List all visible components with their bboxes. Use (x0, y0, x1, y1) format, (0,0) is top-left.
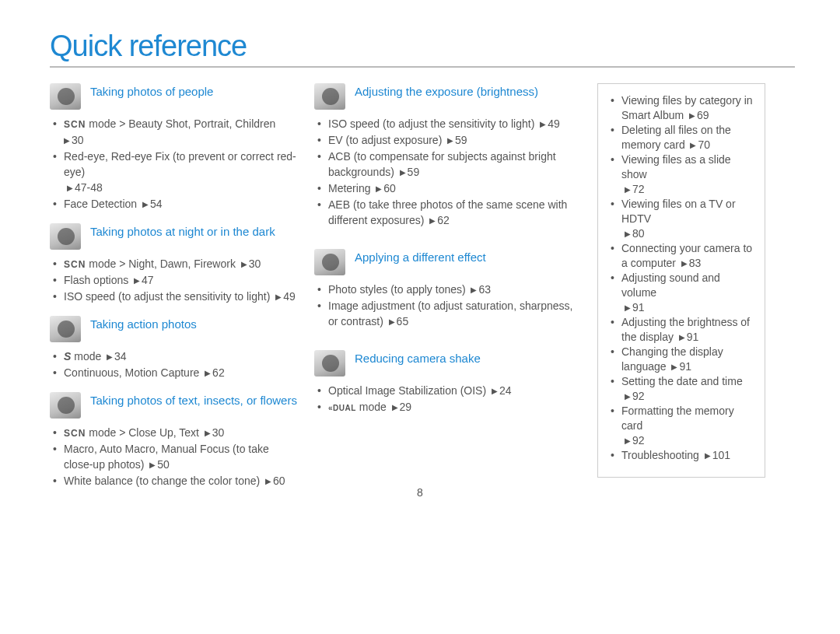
list-item: SCN mode > Beauty Shot, Portrait, Childr… (50, 116, 299, 149)
list-item: White balance (to change the color tone)… (50, 473, 299, 489)
list-item: Connecting your camera to a computer83 (607, 241, 757, 271)
list-item: Face Detection54 (50, 196, 299, 212)
list-item: Macro, Auto Macro, Manual Focus (to take… (50, 441, 299, 473)
list-item: Flash options47 (50, 272, 299, 289)
title-rule (50, 66, 795, 68)
list-item: Photo styles (to apply tones)63 (314, 282, 579, 298)
list-item: SCN mode > Night, Dawn, Firework30 (50, 256, 299, 272)
middle-column: Adjusting the exposure (brightness) ISO … (314, 83, 594, 421)
list-item: ISO speed (to adjust the sensitivity to … (50, 289, 299, 305)
bullet-list: Photo styles (to apply tones)63 Image ad… (314, 282, 579, 330)
list-item: ACB (to compensate for subjects against … (314, 149, 579, 180)
list-item: Setting the date and time92 (607, 374, 757, 404)
list-item: ISO speed (to adjust the sensitivity to … (314, 116, 579, 132)
list-item: Image adjustment (to adjust saturation, … (314, 298, 579, 330)
page-number: 8 (417, 486, 423, 499)
list-item: Optical Image Stabilization (OIS)24 (314, 383, 579, 399)
action-icon (50, 316, 81, 342)
section-title: Reducing camera shake (355, 350, 481, 366)
mode-label: «DUAL (328, 404, 356, 412)
manual-page: Quick reference Taking photos of people … (0, 0, 840, 510)
list-item: Continuous, Motion Capture62 (50, 365, 299, 381)
content-columns: Taking photos of people SCN mode > Beaut… (50, 83, 795, 494)
section-head-shake: Reducing camera shake (314, 350, 579, 377)
section-head-effect: Applying a different effect (314, 249, 579, 275)
list-item: Viewing files on a TV or HDTV80 (607, 197, 757, 241)
bullet-list: SCN mode > Close Up, Text30 Macro, Auto … (50, 425, 299, 489)
mode-label: SCN (64, 119, 86, 130)
section-title: Taking photos at night or in the dark (90, 223, 275, 239)
list-item: Changing the display language91 (607, 345, 757, 374)
section-title: Applying a different effect (355, 249, 486, 264)
list-item: Troubleshooting101 (607, 448, 757, 463)
mode-label: SCN (64, 428, 86, 439)
flower-icon (50, 392, 81, 419)
mode-label: SCN (64, 259, 86, 270)
section-head-people: Taking photos of people (50, 83, 299, 110)
section-head-macro: Taking photos of text, insects, or flowe… (50, 392, 299, 419)
section-head-action: Taking action photos (50, 316, 299, 342)
right-sidebox: Viewing files by category in Smart Album… (597, 83, 765, 478)
bullet-list: SCN mode > Beauty Shot, Portrait, Childr… (50, 116, 299, 212)
section-head-exposure: Adjusting the exposure (brightness) (314, 83, 579, 110)
list-item: SCN mode > Close Up, Text30 (50, 425, 299, 441)
bullet-list: SCN mode > Night, Dawn, Firework30 Flash… (50, 256, 299, 305)
list-item: AEB (to take three photos of the same sc… (314, 197, 579, 229)
night-icon (50, 223, 81, 250)
left-column: Taking photos of people SCN mode > Beaut… (50, 83, 314, 494)
bullet-list: ISO speed (to adjust the sensitivity to … (314, 116, 579, 229)
shake-icon (314, 350, 345, 377)
list-item: Deleting all files on the memory card70 (607, 123, 757, 152)
list-item: S mode34 (50, 349, 299, 365)
section-title: Taking photos of people (90, 83, 213, 99)
list-item: EV (to adjust exposure)59 (314, 132, 579, 149)
section-title: Taking photos of text, insects, or flowe… (90, 392, 297, 408)
section-head-night: Taking photos at night or in the dark (50, 223, 299, 250)
list-item: Red-eye, Red-eye Fix (to prevent or corr… (50, 149, 299, 196)
list-item: Adjusting the brightness of the display9… (607, 315, 757, 345)
mode-label: S (64, 350, 71, 363)
bullet-list: Optical Image Stabilization (OIS)24 «DUA… (314, 383, 579, 416)
list-item: Metering60 (314, 180, 579, 197)
exposure-icon (314, 83, 345, 110)
portrait-icon (50, 83, 81, 110)
list-item: Adjusting sound and volume91 (607, 271, 757, 315)
section-title: Adjusting the exposure (brightness) (355, 83, 538, 99)
bullet-list: Viewing files by category in Smart Album… (607, 93, 757, 463)
list-item: Viewing files as a slide show72 (607, 152, 757, 197)
bullet-list: S mode34 Continuous, Motion Capture62 (50, 349, 299, 381)
list-item: Formatting the memory card92 (607, 404, 757, 448)
effect-icon (314, 249, 345, 275)
list-item: «DUAL mode29 (314, 399, 579, 416)
section-title: Taking action photos (90, 316, 197, 331)
page-title: Quick reference (50, 30, 795, 63)
list-item: Viewing files by category in Smart Album… (607, 93, 757, 123)
